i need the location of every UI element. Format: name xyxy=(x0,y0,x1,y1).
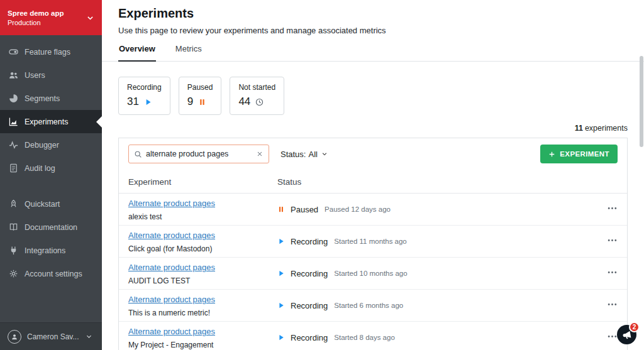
pulse-icon xyxy=(9,140,18,150)
new-experiment-button[interactable]: EXPERIMENT xyxy=(540,145,618,163)
sidebar-item[interactable]: Segments xyxy=(0,87,102,110)
row-actions-button[interactable] xyxy=(607,235,618,246)
sidebar-item[interactable]: Integrations xyxy=(0,239,102,262)
table-body: Alternate product pages alexis test Paus… xyxy=(119,194,627,350)
stat-card[interactable]: Paused 9 xyxy=(179,77,222,115)
search-icon xyxy=(134,150,142,158)
project-switcher[interactable]: Spree demo app Production xyxy=(0,0,102,35)
column-header-status: Status xyxy=(277,170,582,193)
scrollbar[interactable] xyxy=(640,56,643,350)
row-actions-button[interactable] xyxy=(607,267,618,278)
sidebar-item[interactable]: Feature flags xyxy=(0,40,102,63)
user-name: Cameron Sav... xyxy=(27,332,79,341)
status-detail: Started 10 months ago xyxy=(334,270,407,277)
table-row: Alternate product pages This is a numeri… xyxy=(119,290,627,322)
new-experiment-label: EXPERIMENT xyxy=(560,150,609,158)
project-info: Spree demo app Production xyxy=(8,9,64,26)
pause-icon xyxy=(198,98,206,106)
experiment-cell: Alternate product pages My Project - Eng… xyxy=(128,325,277,349)
tab[interactable]: Overview xyxy=(118,43,156,62)
sidebar: Spree demo app Production Feature flags … xyxy=(0,0,102,350)
sidebar-item-label: Experiments xyxy=(25,118,68,126)
experiment-count: 11experiments xyxy=(118,124,628,133)
chart-icon xyxy=(9,117,18,126)
stat-value-row: 31 xyxy=(127,96,162,108)
experiment-link[interactable]: Alternate product pages xyxy=(128,199,215,208)
stat-value: 9 xyxy=(187,96,193,108)
table-row: Alternate product pages AUDIT LOG TEST R… xyxy=(119,258,627,290)
actions-cell xyxy=(582,299,618,312)
chevron-down-icon xyxy=(321,151,328,157)
stat-card[interactable]: Not started 44 xyxy=(230,77,284,115)
experiment-count-label: experiments xyxy=(585,124,628,133)
actions-cell xyxy=(582,235,618,248)
sidebar-item-label: Quickstart xyxy=(25,200,60,209)
search-box xyxy=(128,145,269,163)
status-name: Recording xyxy=(291,269,328,278)
experiment-subtitle: alexis test xyxy=(128,212,277,221)
table-row: Alternate product pages Click goal (for … xyxy=(119,226,627,258)
sidebar-item[interactable]: Quickstart xyxy=(0,192,102,216)
project-name: Spree demo app xyxy=(8,9,64,17)
experiment-cell: Alternate product pages Click goal (for … xyxy=(128,229,277,253)
page-subtitle: Use this page to review your experiments… xyxy=(118,26,628,35)
stat-card[interactable]: Recording 31 xyxy=(118,77,170,115)
table-toolbar: Status: All EXPERIMENT xyxy=(119,138,627,170)
status-cell: Recording Started 11 months ago xyxy=(277,237,582,246)
status-detail: Started 11 months ago xyxy=(334,238,407,245)
notification-badge: 2 xyxy=(629,322,640,332)
experiment-subtitle: My Project - Engagement xyxy=(128,341,277,349)
row-actions-button[interactable] xyxy=(607,331,618,342)
tab[interactable]: Metrics xyxy=(175,43,203,61)
notifications-button[interactable]: 2 xyxy=(617,325,636,344)
column-header-actions xyxy=(582,170,618,193)
sidebar-item[interactable]: Account settings xyxy=(0,262,102,285)
play-icon xyxy=(277,302,285,309)
sidebar-item[interactable]: Debugger xyxy=(0,133,102,156)
sidebar-item[interactable]: Documentation xyxy=(0,216,102,239)
sidebar-item[interactable]: Users xyxy=(0,63,102,87)
status-name: Recording xyxy=(291,237,328,246)
sidebar-item[interactable]: Experiments xyxy=(0,110,102,133)
status-name: Paused xyxy=(291,205,318,214)
stat-label: Paused xyxy=(187,83,213,92)
users-icon xyxy=(9,70,18,80)
sidebar-item-label: Integrations xyxy=(25,246,65,255)
experiment-cell: Alternate product pages alexis test xyxy=(128,197,277,221)
status-filter[interactable]: Status: All xyxy=(280,150,328,159)
book-icon xyxy=(9,222,18,232)
experiment-link[interactable]: Alternate product pages xyxy=(128,327,215,336)
status-cell: Recording Started 8 days ago xyxy=(277,333,582,342)
row-actions-button[interactable] xyxy=(607,203,618,214)
status-name: Recording xyxy=(291,301,328,310)
play-icon xyxy=(277,334,285,341)
row-actions-button[interactable] xyxy=(607,299,618,310)
stat-value-row: 9 xyxy=(187,96,213,108)
scrollbar-thumb[interactable] xyxy=(640,56,643,147)
stat-label: Not started xyxy=(238,83,275,92)
experiment-count-number: 11 xyxy=(575,124,583,133)
avatar xyxy=(8,330,21,344)
sidebar-nav-secondary: Quickstart Documentation Integrations Ac… xyxy=(0,192,102,285)
play-icon xyxy=(144,98,152,106)
search-input[interactable] xyxy=(142,150,256,158)
play-icon xyxy=(277,270,285,277)
sidebar-item-label: Feature flags xyxy=(25,48,70,57)
experiment-link[interactable]: Alternate product pages xyxy=(128,231,215,240)
column-header-experiment: Experiment xyxy=(128,170,277,193)
status-detail: Started 6 months ago xyxy=(334,302,403,309)
play-icon xyxy=(277,238,285,245)
user-menu[interactable]: Cameron Sav... xyxy=(0,322,102,350)
experiment-link[interactable]: Alternate product pages xyxy=(128,295,215,304)
experiment-link[interactable]: Alternate product pages xyxy=(128,263,215,272)
status-detail: Started 8 days ago xyxy=(334,334,395,341)
tab-bar: Overview Metrics xyxy=(102,43,644,62)
actions-cell xyxy=(582,267,618,280)
actions-cell xyxy=(582,331,618,344)
gear-icon xyxy=(9,269,18,278)
sidebar-nav-primary: Feature flags Users Segments Experiments xyxy=(0,40,102,180)
experiment-subtitle: This is a numeric metric! xyxy=(128,309,277,317)
stats-row: Recording 31 Paused 9 xyxy=(118,77,628,115)
sidebar-item[interactable]: Audit log xyxy=(0,156,102,180)
clear-search-button[interactable] xyxy=(256,150,264,158)
